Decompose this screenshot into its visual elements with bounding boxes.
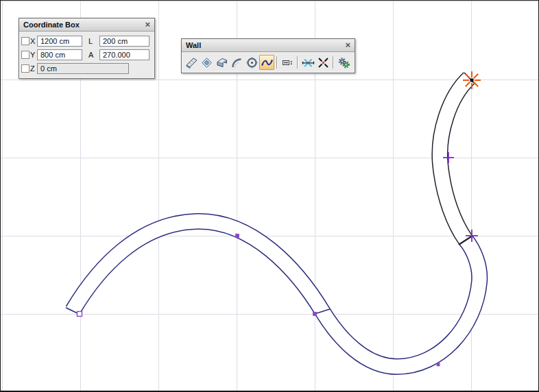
spline-wall-button[interactable] xyxy=(259,55,274,70)
wall-settings-gears-icon xyxy=(337,56,350,69)
x-axis-field-label: X xyxy=(21,37,37,45)
circle-wall-icon xyxy=(245,56,259,69)
wall-settings-button[interactable] xyxy=(336,55,351,70)
wall-width-icon xyxy=(281,56,294,69)
y-coordinate-input[interactable] xyxy=(37,49,82,60)
wall-hotspot-marker xyxy=(236,234,239,238)
coordinate-box-palette: Coordinate Box × X L Y A xyxy=(19,18,155,79)
close-icon[interactable]: × xyxy=(143,19,152,30)
coordinate-box-titlebar[interactable]: Coordinate Box × xyxy=(19,19,154,32)
wall-segment-lower-fill xyxy=(73,221,479,367)
coordinate-box-title: Coordinate Box xyxy=(23,21,80,29)
reference-line-icon xyxy=(302,56,315,69)
reference-line-button[interactable] xyxy=(300,55,315,70)
corner-wall-icon xyxy=(215,56,228,69)
wall-toolbar-body xyxy=(182,52,355,73)
angle-label: A xyxy=(88,51,99,59)
wall-hotspot-marker xyxy=(77,312,82,317)
wall-toolbar-palette: Wall × xyxy=(181,38,355,73)
wall-hotspot-marker xyxy=(313,313,317,316)
length-input[interactable] xyxy=(99,36,149,47)
wall-endpoint-star-icon xyxy=(474,74,478,78)
polygon-wall-button[interactable] xyxy=(199,55,214,70)
wall-endpoint-node xyxy=(470,79,474,82)
z-lock-checkbox[interactable] xyxy=(21,64,29,73)
coordinate-row-z: Z xyxy=(21,62,154,75)
coordinate-row-y: Y A xyxy=(21,48,154,62)
spline-wall-icon xyxy=(261,56,274,69)
wall-toolbar-titlebar[interactable]: Wall × xyxy=(182,39,355,52)
wall-break-button[interactable] xyxy=(315,55,331,70)
z-coordinate-input[interactable] xyxy=(37,63,129,74)
polygon-wall-icon xyxy=(200,56,213,69)
corner-wall-button[interactable] xyxy=(214,55,229,70)
length-label: L xyxy=(88,37,99,45)
angle-input[interactable] xyxy=(99,49,149,60)
wall-break-icon xyxy=(317,56,330,69)
toolbar-separator xyxy=(297,56,298,69)
cad-workspace: Coordinate Box × X L Y A xyxy=(0,0,539,392)
coordinate-row-x: X L xyxy=(21,34,154,48)
wall-hotspot-marker xyxy=(437,363,440,366)
z-axis-field-label: Z xyxy=(21,64,37,73)
toolbar-separator xyxy=(333,56,334,69)
straight-wall-button[interactable] xyxy=(184,55,199,70)
wall-width-button[interactable] xyxy=(280,55,295,70)
straight-wall-icon xyxy=(185,56,198,69)
coordinate-box-body: X L Y A Z xyxy=(19,32,154,75)
circle-wall-button[interactable] xyxy=(244,55,259,70)
wall-toolbar-title: Wall xyxy=(186,41,201,49)
x-coordinate-input[interactable] xyxy=(37,36,82,47)
arc-wall-button[interactable] xyxy=(229,55,244,70)
toolbar-separator xyxy=(276,56,278,69)
x-lock-checkbox[interactable] xyxy=(21,37,29,45)
close-icon[interactable]: × xyxy=(344,39,352,51)
y-lock-checkbox[interactable] xyxy=(21,51,29,59)
arc-wall-icon xyxy=(230,56,243,69)
y-axis-field-label: Y xyxy=(21,51,37,59)
